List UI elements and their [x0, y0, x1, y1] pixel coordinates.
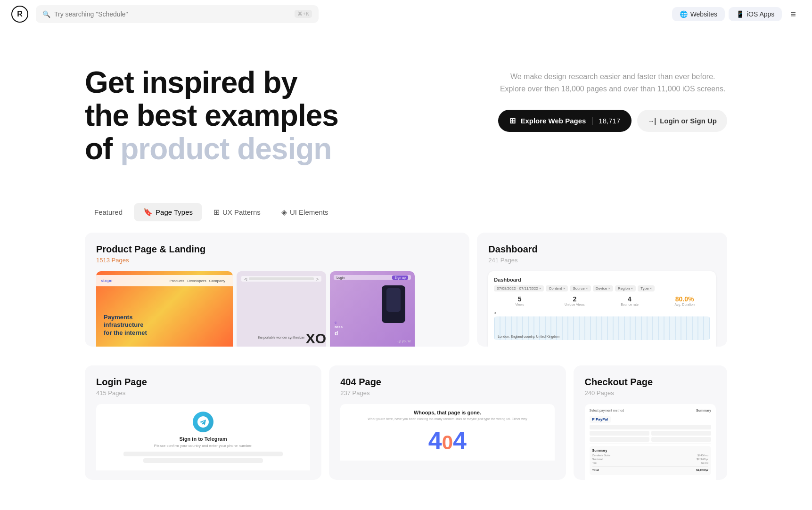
websites-icon: 🌐: [680, 10, 688, 18]
purple-image: Login Sign up crossd up you're: [330, 271, 415, 347]
checkout-field-3: [651, 431, 711, 436]
hero-section: Get inspired by the best examples of pro…: [0, 28, 812, 194]
tabs-section: Featured 🔖 Page Types ⊞ UX Patterns ◈ UI…: [0, 194, 812, 221]
login-input-placeholder: [123, 452, 283, 456]
websites-button[interactable]: 🌐 Websites: [672, 7, 725, 21]
dash-metric-unique: 2 Unique Views: [549, 295, 600, 306]
checkout-card-title: Checkout Page: [585, 377, 716, 388]
dash-filter-content: Content ×: [546, 285, 568, 291]
checkout-form-row3: [590, 437, 711, 442]
logo[interactable]: R: [11, 6, 28, 23]
checkout-card-subtitle: 240 Pages: [585, 389, 716, 397]
checkout-summary-subtotal: Subtotal $2,940/yr: [592, 458, 708, 461]
err404-card-subtitle: 237 Pages: [340, 389, 554, 397]
dash-title: Dashboard: [494, 277, 710, 283]
device-image: [382, 285, 405, 323]
explore-count: 18,717: [592, 117, 620, 125]
dash-filter-region: Region ×: [615, 285, 636, 291]
checkout-separator: [590, 444, 711, 444]
menu-button[interactable]: ≡: [786, 7, 801, 22]
err404-title: Whoops, that page is gone.: [414, 410, 481, 415]
korg-text: XO: [306, 331, 326, 347]
nav-right: 🌐 Websites 📱 iOS Apps ≡: [672, 7, 801, 22]
checkout-preview: Select payment method Summary P PayPal S…: [585, 404, 716, 480]
checkout-summary-tax: Tax $0.00: [592, 461, 708, 464]
dashboard-preview: Dashboard 07/08/2022 - 07/11/2022 × Cont…: [488, 271, 716, 347]
dash-metrics: 5 Views 2 Unique Views 4 Bounce rate 80.…: [494, 295, 710, 306]
dash-metric-duration: 80.0% Avg. Duration: [659, 295, 710, 306]
checkout-form-row1: [590, 425, 711, 429]
checkout-summary-company: Zendesk Suite $245/mo: [592, 454, 708, 457]
num-4-right: 4: [453, 428, 467, 453]
arrow-icon: →|: [648, 117, 656, 125]
login-preview: Sign in to Telegram Please confirm your …: [96, 404, 310, 470]
search-icon: 🔍: [42, 10, 50, 18]
tab-ux-patterns[interactable]: ⊞ UX Patterns: [204, 203, 270, 221]
dash-filter-device: Device ×: [593, 285, 613, 291]
page-types-icon: 🔖: [143, 208, 153, 217]
login-button[interactable]: →| Login or Sign Up: [637, 110, 727, 132]
login-card-subtitle: 415 Pages: [96, 389, 310, 397]
num-0: 0: [442, 433, 453, 453]
tab-featured[interactable]: Featured: [85, 203, 132, 221]
login-card[interactable]: Login Page 415 Pages Sign in to Telegram…: [85, 365, 321, 480]
paypal-option: P PayPal: [590, 416, 611, 423]
num-4-left: 4: [428, 428, 442, 453]
dash-filter-type: Type ×: [638, 285, 655, 291]
stripe-text: Paymentsinfrastructurefor the internet: [104, 314, 147, 338]
ios-apps-button[interactable]: 📱 iOS Apps: [729, 7, 782, 21]
search-bar[interactable]: 🔍 ⌘+K: [36, 5, 319, 23]
checkout-total: Total $2,940/yr: [592, 469, 708, 471]
ux-patterns-icon: ⊞: [213, 208, 220, 217]
dash-filter-source: Source ×: [570, 285, 591, 291]
product-card-subtitle: 1513 Pages: [96, 257, 458, 264]
hero-title: Get inspired by the best examples of pro…: [85, 66, 479, 165]
login-preview-sub: Please confirm your country and enter yo…: [154, 444, 253, 448]
search-input[interactable]: [54, 10, 291, 18]
telegram-svg: [197, 416, 209, 428]
stripe-nav: stripe Products Developers Company: [96, 275, 233, 286]
summary-separator: [592, 466, 708, 467]
dash-metric-bounce: 4 Bounce rate: [604, 295, 656, 306]
err404-preview: Whoops, that page is gone. What you're h…: [340, 404, 554, 461]
checkout-header-row: Select payment method Summary: [590, 409, 711, 412]
checkout-summary-title: Summary: [592, 449, 708, 452]
dash-map: London, England country, United Kingdom: [494, 316, 710, 340]
err404-card-title: 404 Page: [340, 377, 554, 388]
hero-right: We make design research easier and faste…: [498, 66, 727, 132]
korg-image: ◁ ▷ XO the portable wonder synthesizer: [237, 271, 326, 347]
hero-left: Get inspired by the best examples of pro…: [85, 66, 479, 165]
dash-map-location: London, England country, United Kingdom: [498, 335, 559, 338]
product-card-images: stripe Products Developers Company Payme…: [96, 271, 458, 347]
grid-icon: ⊞: [509, 116, 516, 125]
dash-filters: 07/08/2022 - 07/11/2022 × Content × Sour…: [494, 285, 710, 291]
product-card-title: Product Page & Landing: [96, 244, 458, 255]
stripe-image: stripe Products Developers Company Payme…: [96, 271, 233, 347]
err404-sub: What you're here, have you been clicking…: [368, 417, 527, 421]
hero-description: We make design research easier and faste…: [498, 71, 727, 95]
checkout-form-row2: [590, 431, 711, 436]
login-preview-title: Sign in to Telegram: [179, 436, 227, 442]
checkout-summary: Summary Zendesk Suite $245/mo Subtotal $…: [590, 446, 711, 475]
checkout-field-2: [590, 431, 649, 436]
dashboard-card[interactable]: Dashboard 241 Pages Dashboard 07/08/2022…: [477, 233, 727, 347]
err404-card[interactable]: 404 Page 237 Pages Whoops, that page is …: [329, 365, 566, 480]
shortcut-badge: ⌘+K: [295, 10, 312, 18]
ios-icon: 📱: [736, 10, 744, 18]
checkout-field-5: [651, 437, 711, 442]
bottom-grid: Login Page 415 Pages Sign in to Telegram…: [0, 365, 812, 499]
checkout-card[interactable]: Checkout Page 240 Pages Select payment m…: [574, 365, 727, 480]
dash-metric-views: 5 Views: [494, 295, 545, 306]
tab-page-types[interactable]: 🔖 Page Types: [134, 203, 202, 221]
explore-button[interactable]: ⊞ Explore Web Pages 18,717: [498, 110, 632, 132]
product-card[interactable]: Product Page & Landing 1513 Pages stripe…: [85, 233, 469, 347]
hero-actions: ⊞ Explore Web Pages 18,717 →| Login or S…: [498, 110, 727, 132]
err404-nums: 4 0 4: [428, 424, 467, 453]
dash-map-count: 3: [494, 311, 710, 315]
tab-ui-elements[interactable]: ◈ UI Elements: [272, 203, 338, 221]
checkout-field-4: [590, 437, 649, 442]
dash-filter-date: 07/08/2022 - 07/11/2022 ×: [494, 285, 544, 291]
checkout-field-1: [590, 425, 711, 429]
ui-elements-icon: ◈: [281, 208, 287, 217]
telegram-icon: [193, 412, 213, 432]
